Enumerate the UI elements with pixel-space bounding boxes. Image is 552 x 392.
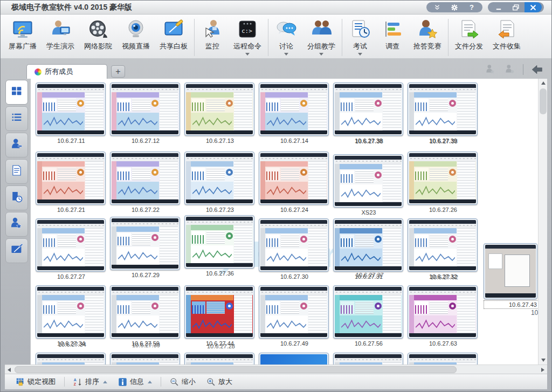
terminal-icon: c:> [236, 18, 259, 40]
thumbnail-label: 10.6.27.5910.6.27.39 [110, 340, 181, 347]
member-thumbnail[interactable]: 10.6.27.49 [259, 285, 330, 347]
bottom-zoom-out-label: 缩小 [182, 377, 196, 387]
sidebar-item-view-list[interactable] [5, 106, 28, 131]
scroll-up-button[interactable] [539, 79, 548, 87]
sidebar-item-member-star[interactable] [5, 212, 28, 237]
collapse-toolbar-button[interactable] [429, 2, 446, 12]
add-member-button[interactable] [484, 64, 497, 75]
toolbar-discussion[interactable]: 讨论 [270, 17, 302, 57]
member-thumbnail[interactable]: 10.6.27.13 [184, 82, 256, 144]
member-thumbnail[interactable]: 10.6.27.3810.6.27.38 [333, 82, 404, 144]
dragged-thumbnail[interactable]: 10.6.27.4310.6 [484, 243, 538, 309]
toolbar-group-teaching-label: 分组教学 [307, 42, 335, 51]
member-thumbnail[interactable]: XS23 [333, 154, 404, 216]
thumbnail-label-ghost: 10.6 [531, 309, 538, 317]
toolbar-monitor[interactable]: 监控 [196, 17, 229, 52]
thumbnail-label: 10.6.27.13 [184, 137, 256, 144]
toolbar-group-teaching[interactable]: 分组教学 [302, 17, 340, 57]
minimize-button[interactable] [490, 2, 507, 12]
thumbnail-screen [36, 285, 106, 339]
member-thumbnail[interactable]: 10.6.27.29 [110, 217, 181, 278]
member-thumbnail[interactable] [408, 353, 479, 365]
member-thumbnail[interactable]: 10.6.27.3110.6.27.37 [333, 218, 404, 280]
member-thumbnail[interactable] [36, 353, 107, 365]
toolbar-remote-command[interactable]: c:>远程命令 [229, 17, 266, 57]
thumbnail-screen [408, 285, 478, 339]
toolbar-shared-whiteboard[interactable]: 共享白板 [155, 17, 192, 52]
thumbnail-screen [36, 218, 106, 272]
bottom-lock-view[interactable]: 锁定视图 [11, 375, 60, 388]
add-tab-button[interactable]: + [111, 65, 125, 78]
bottom-zoom-out[interactable]: 缩小 [165, 375, 200, 388]
toolbar-quiz-contest[interactable]: 抢答竞赛 [409, 17, 446, 52]
member-thumbnail[interactable]: 10.6.27.63 [408, 285, 479, 347]
sidebar-item-member-remove[interactable] [5, 133, 28, 157]
monitor-wifi-icon [11, 18, 34, 40]
close-button[interactable] [525, 2, 542, 12]
toolbar-video-live[interactable]: 视频直播 [117, 17, 155, 52]
member-thumbnail[interactable]: 10.6.27.4410.6.27.28 [184, 285, 256, 347]
member-thumbnail[interactable] [184, 353, 256, 365]
member-thumbnail[interactable]: 10.6.27.3210.6.27.52 [408, 218, 479, 280]
member-thumbnail[interactable]: 10.6.27.11 [36, 82, 107, 144]
thumbnail-label-ghost: 10.6.27.39 [132, 342, 160, 348]
toolbar-net-movie[interactable]: 网络影院 [79, 17, 117, 52]
locate-member-button[interactable] [503, 64, 516, 75]
toolbar-student-demo[interactable]: 学生演示 [42, 17, 79, 52]
tab-actions-separator [523, 64, 523, 75]
toolbar-file-collect[interactable]: 文件收集 [488, 17, 526, 52]
tab-all-members[interactable]: 所有成员 [26, 64, 107, 79]
toolbar-exam[interactable]: 考试 [344, 17, 376, 57]
scroll-right-button[interactable] [539, 365, 547, 374]
bottom-info[interactable]: 信息 [114, 375, 156, 388]
sidebar-item-view-thumbnails[interactable] [5, 80, 28, 105]
member-thumbnail[interactable] [110, 353, 181, 365]
member-thumbnail[interactable]: 10.6.27.3910.6.27.38 [408, 82, 479, 144]
member-thumbnail[interactable]: 10.6.27.56 [333, 285, 404, 347]
sidebar-item-documents[interactable] [5, 159, 28, 184]
sidebar-item-document-history[interactable] [5, 185, 28, 210]
member-thumbnail[interactable]: 10.6.27.36 [184, 215, 256, 277]
back-button[interactable] [530, 64, 544, 75]
file-arrow-left-icon [495, 18, 518, 40]
app-window: 极域电子教室软件 v4.0 2015 豪华版 ? 屏幕广播学生演示网络影院视频直… [0, 0, 552, 392]
member-thumbnail[interactable]: 10.6.27.3410.6.27.34 [36, 285, 107, 347]
thumbnail-label: XS23 [333, 209, 404, 216]
vertical-scrollbar[interactable] [538, 79, 547, 365]
member-thumbnail[interactable] [259, 353, 330, 365]
member-thumbnail[interactable]: 10.6.27.12 [110, 82, 181, 144]
thumbnail-screen [36, 82, 106, 136]
member-thumbnail[interactable]: 10.6.27.5910.6.27.39 [110, 285, 181, 347]
thumbnail-screen [110, 152, 180, 205]
restore-button[interactable] [507, 2, 525, 12]
scroll-left-button[interactable] [5, 365, 13, 374]
settings-button[interactable] [446, 2, 463, 12]
vscroll-thumb[interactable] [540, 88, 547, 114]
bottom-zoom-in[interactable]: 放大 [202, 375, 237, 388]
member-thumbnail[interactable]: 10.6.27.24 [259, 152, 330, 213]
member-thumbnail[interactable]: 10.6.27.22 [110, 152, 181, 213]
member-thumbnail[interactable]: 10.6.27.14 [259, 82, 330, 144]
sidebar-item-whiteboard[interactable] [5, 238, 28, 263]
scroll-down-button[interactable] [539, 356, 548, 365]
toolbar-survey[interactable]: 调查 [376, 17, 409, 52]
thumbnail-screen [333, 353, 403, 365]
bottom-sort[interactable]: AZ排序 [69, 375, 112, 388]
toolbar-file-distribute[interactable]: 文件分发 [450, 17, 488, 52]
horizontal-scrollbar[interactable] [5, 365, 547, 374]
thumbnail-label-ghost: 10.6.27.52 [430, 274, 458, 280]
help-button[interactable]: ? [463, 2, 480, 12]
thumbnail-screen [184, 353, 254, 365]
member-thumbnail[interactable]: 10.6.27.26 [408, 152, 479, 213]
hscroll-thumb[interactable] [15, 366, 457, 373]
member-thumbnail[interactable]: 10.6.27.21 [36, 152, 107, 213]
content-row: Mythware 10.6.27.11 10.6.27.12 [5, 79, 547, 365]
member-thumbnail[interactable]: 10.6.27.27 [36, 218, 107, 280]
document-icon [10, 164, 23, 179]
member-thumbnail[interactable]: 10.6.27.23 [184, 152, 256, 213]
grid-view-icon [10, 85, 23, 100]
member-thumbnail[interactable] [333, 353, 404, 365]
thumbnail-screen [484, 243, 537, 299]
toolbar-screen-broadcast[interactable]: 屏幕广播 [4, 17, 42, 52]
member-thumbnail[interactable]: 10.6.27.30 [259, 218, 330, 280]
